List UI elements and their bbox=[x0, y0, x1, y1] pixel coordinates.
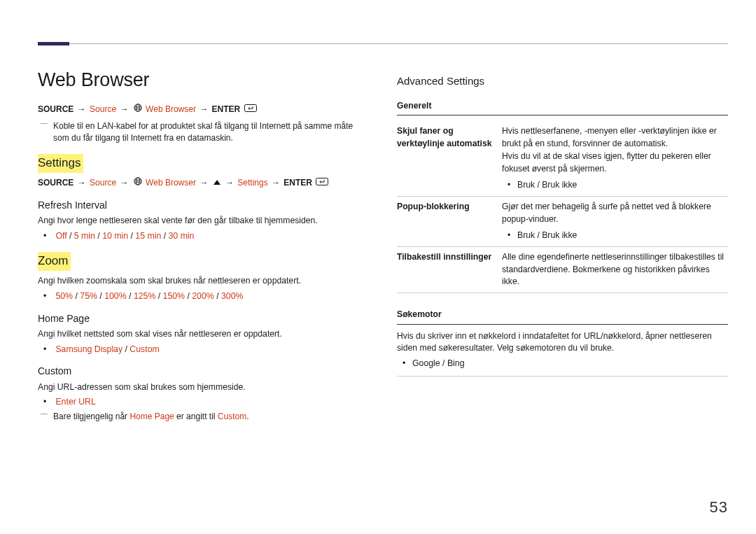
row-key: Skjul faner og verktøylinje automatisk bbox=[397, 121, 502, 196]
top-horizontal-rule bbox=[38, 43, 728, 44]
custom-note-custom: Custom bbox=[218, 412, 246, 421]
home-opt: Custom bbox=[130, 344, 159, 354]
sokemotor-opt: Google / Bing bbox=[412, 358, 728, 370]
zoom-text: Angi hvilken zoomskala som skal brukes n… bbox=[38, 275, 369, 288]
globe-icon bbox=[134, 177, 142, 189]
row-val: Alle dine egendefinerte nettleserinnstil… bbox=[502, 246, 728, 293]
zoom-opt: 50% bbox=[55, 291, 73, 301]
refresh-opt: 30 min bbox=[169, 231, 195, 241]
enter-icon bbox=[316, 177, 328, 189]
refresh-opt: 15 min bbox=[135, 231, 161, 241]
custom-note-pre: Bare tilgjengelig når bbox=[53, 412, 130, 421]
page-title: Web Browser bbox=[38, 66, 369, 94]
row-key: Popup-blokkering bbox=[397, 196, 502, 246]
custom-opt: Enter URL bbox=[55, 397, 95, 407]
globe-icon bbox=[134, 104, 142, 115]
nav1-note: Koble til en LAN-kabel for at produktet … bbox=[38, 120, 369, 145]
custom-note-post: . bbox=[246, 412, 248, 421]
refresh-heading: Refresh Interval bbox=[38, 198, 369, 212]
nav2-settings-accent: Settings bbox=[237, 178, 267, 188]
nav2-enter: ENTER bbox=[284, 178, 312, 188]
refresh-opt: 5 min bbox=[74, 231, 95, 241]
home-opt: Samsung Display bbox=[55, 344, 122, 354]
settings-heading: Settings bbox=[38, 154, 83, 173]
page-number: 53 bbox=[710, 496, 728, 519]
refresh-options: Off / 5 min / 10 min / 15 min / 30 min bbox=[53, 230, 369, 243]
zoom-options: 50% / 75% / 100% / 125% / 150% / 200% / … bbox=[53, 290, 369, 303]
nav2-source-label: SOURCE bbox=[38, 178, 74, 188]
page-body: Web Browser SOURCE → Source → Web Browse… bbox=[38, 66, 728, 423]
custom-heading: Custom bbox=[38, 364, 369, 378]
custom-text: Angi URL-adressen som skal brukes som hj… bbox=[38, 381, 369, 394]
nav-path-1: SOURCE → Source → Web Browser → ENTER bbox=[38, 104, 369, 116]
zoom-opt: 75% bbox=[80, 291, 97, 301]
zoom-opt: 100% bbox=[104, 291, 126, 301]
refresh-opt: Off bbox=[55, 231, 66, 241]
refresh-text: Angi hvor lenge nettleseren skal vente f… bbox=[38, 215, 369, 227]
nav-enter: ENTER bbox=[212, 104, 241, 114]
divider bbox=[397, 324, 728, 325]
row-key: Tilbakestill innstillinger bbox=[397, 246, 502, 293]
generelt-label: Generelt bbox=[397, 100, 728, 113]
custom-note-hp: Home Page bbox=[130, 412, 174, 421]
zoom-opt: 200% bbox=[192, 291, 214, 301]
advanced-heading: Advanced Settings bbox=[397, 73, 728, 89]
nav2-web-accent: Web Browser bbox=[146, 178, 196, 188]
refresh-opt: 10 min bbox=[102, 231, 128, 241]
nav-source-accent: Source bbox=[90, 104, 116, 114]
nav-web-accent: Web Browser bbox=[146, 104, 196, 114]
zoom-heading: Zoom bbox=[38, 252, 71, 271]
row-val: Gjør det mer behagelig å surfe på nettet… bbox=[502, 196, 728, 246]
home-text: Angi hvilket nettsted som skal vises når… bbox=[38, 328, 369, 341]
divider bbox=[397, 376, 728, 377]
sokemotor-text: Hvis du skriver inn et nøkkelord i innda… bbox=[397, 330, 728, 355]
top-accent-bar bbox=[38, 42, 69, 45]
enter-icon bbox=[244, 104, 257, 115]
table-row: Tilbakestill innstillinger Alle dine ege… bbox=[397, 246, 728, 293]
custom-note: Bare tilgjengelig når Home Page er angit… bbox=[38, 411, 369, 423]
row-val: Hvis nettleserfanene, -menyen eller -ver… bbox=[502, 121, 728, 196]
generelt-table: Skjul faner og verktøylinje automatisk H… bbox=[397, 121, 728, 293]
row-text: Gjør det mer behagelig å surfe på nettet… bbox=[502, 201, 728, 225]
row-opt: Bruk / Bruk ikke bbox=[517, 230, 728, 242]
nav-path-2: SOURCE → Source → Web Browser → → Settin… bbox=[38, 177, 369, 190]
nav2-source-accent: Source bbox=[90, 178, 116, 188]
up-arrow-icon bbox=[214, 180, 220, 185]
home-options: Samsung Display / Custom bbox=[53, 344, 369, 356]
sokemotor-label: Søkemotor bbox=[397, 309, 728, 321]
row-text: Hvis nettleserfanene, -menyen eller -ver… bbox=[502, 125, 728, 150]
row-text: Alle dine egendefinerte nettleserinnstil… bbox=[502, 251, 728, 288]
zoom-opt: 125% bbox=[134, 291, 155, 301]
right-column: Advanced Settings Generelt Skjul faner o… bbox=[397, 66, 728, 423]
table-row: Skjul faner og verktøylinje automatisk H… bbox=[397, 121, 728, 196]
custom-note-mid: er angitt til bbox=[174, 412, 218, 421]
nav-source-label: SOURCE bbox=[38, 104, 74, 114]
row-opt: Bruk / Bruk ikke bbox=[517, 179, 728, 192]
table-row: Popup-blokkering Gjør det mer behagelig … bbox=[397, 196, 728, 246]
divider bbox=[397, 115, 728, 115]
row-text: Hvis du vil at de skal vises igjen, flyt… bbox=[502, 150, 728, 175]
zoom-opt: 150% bbox=[163, 291, 185, 301]
home-heading: Home Page bbox=[38, 311, 369, 325]
custom-option: Enter URL bbox=[53, 396, 369, 409]
zoom-opt: 300% bbox=[221, 291, 243, 301]
left-column: Web Browser SOURCE → Source → Web Browse… bbox=[38, 66, 369, 423]
